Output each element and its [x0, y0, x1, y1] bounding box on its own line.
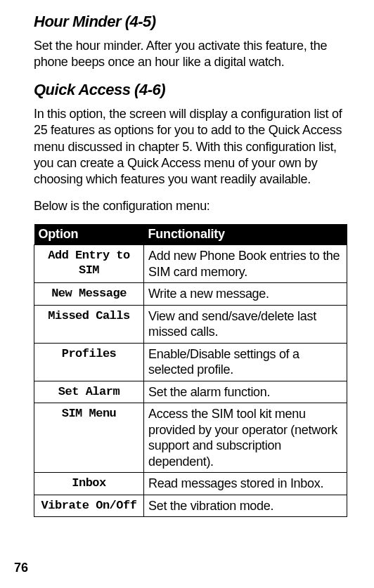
cell-option: Vibrate On/Off	[34, 495, 144, 517]
page-number: 76	[14, 561, 28, 575]
cell-functionality: View and send/save/delete last missed ca…	[144, 305, 347, 343]
table-row: Set Alarm Set the alarm function.	[34, 381, 347, 403]
cell-functionality: Read messages stored in Inbox.	[144, 473, 347, 495]
table-row: Add Entry to SIM Add new Phone Book entr…	[34, 245, 347, 283]
cell-option: Missed Calls	[34, 305, 144, 343]
table-row: Inbox Read messages stored in Inbox.	[34, 473, 347, 495]
cell-option: Profiles	[34, 343, 144, 381]
cell-option: New Message	[34, 283, 144, 306]
cell-functionality: Add new Phone Book entries to the SIM ca…	[144, 245, 347, 283]
table-row: New Message Write a new message.	[34, 283, 347, 306]
paragraph-config-intro: Below is the configuration menu:	[34, 198, 347, 214]
heading-quick-access: Quick Access (4-6)	[34, 81, 347, 99]
table-row: SIM Menu Access the SIM tool kit menu pr…	[34, 403, 347, 473]
cell-functionality: Set the vibration mode.	[144, 495, 347, 517]
cell-option: Inbox	[34, 473, 144, 495]
cell-option: SIM Menu	[34, 403, 144, 473]
configuration-table: Option Functionality Add Entry to SIM Ad…	[34, 224, 347, 517]
table-row: Missed Calls View and send/save/delete l…	[34, 305, 347, 343]
cell-option: Set Alarm	[34, 381, 144, 403]
header-functionality: Functionality	[144, 224, 347, 245]
table-row: Profiles Enable/Disable settings of a se…	[34, 343, 347, 381]
heading-hour-minder: Hour Minder (4-5)	[34, 13, 347, 31]
cell-functionality: Set the alarm function.	[144, 381, 347, 403]
cell-functionality: Write a new message.	[144, 283, 347, 306]
paragraph-quick-access: In this option, the screen will display …	[34, 106, 347, 188]
cell-option: Add Entry to SIM	[34, 245, 144, 283]
cell-functionality: Access the SIM tool kit menu provided by…	[144, 403, 347, 473]
paragraph-hour-minder: Set the hour minder. After you activate …	[34, 38, 347, 71]
cell-functionality: Enable/Disable settings of a selected pr…	[144, 343, 347, 381]
header-option: Option	[34, 224, 144, 245]
table-row: Vibrate On/Off Set the vibration mode.	[34, 495, 347, 517]
table-header-row: Option Functionality	[34, 224, 347, 245]
